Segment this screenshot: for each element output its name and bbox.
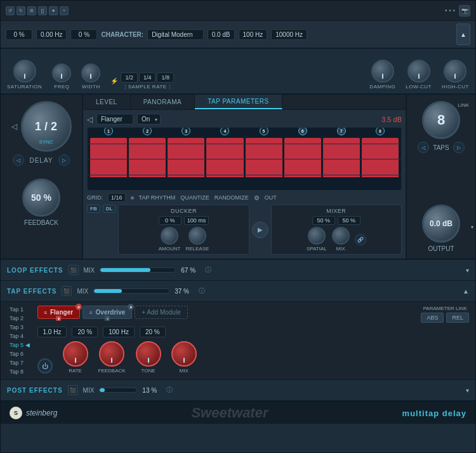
- sr-quarter-button[interactable]: 1/4: [139, 72, 156, 83]
- width-knob[interactable]: [81, 64, 100, 83]
- ducker-amount-knob[interactable]: [161, 227, 178, 245]
- tab-panorama[interactable]: PANORAMA: [131, 95, 195, 109]
- quantize-label[interactable]: QUANTIZE: [180, 194, 209, 201]
- feedback-value-box[interactable]: 20 %: [72, 327, 98, 337]
- rel-button[interactable]: REL: [446, 313, 469, 323]
- play-button[interactable]: ▶: [252, 222, 268, 238]
- power-button[interactable]: ⏻: [37, 358, 53, 374]
- tap-6-item[interactable]: Tap 6: [7, 350, 32, 358]
- mixer-mix-knob[interactable]: [332, 227, 350, 245]
- tap-5-item[interactable]: Tap 5 ◀: [7, 341, 32, 349]
- post-collapse-button[interactable]: ▾: [466, 387, 469, 394]
- delay-prev-button[interactable]: ◁: [13, 154, 24, 166]
- mix-knob-fx[interactable]: [171, 341, 197, 367]
- overdrive-expand-icon[interactable]: ▾: [105, 316, 110, 321]
- tap-4-item[interactable]: Tap 4: [7, 332, 32, 340]
- tap-8-item[interactable]: Tap 8: [7, 368, 32, 375]
- plus-icon[interactable]: +: [60, 6, 69, 15]
- mixer-link-button[interactable]: 🔗: [355, 234, 366, 245]
- undo-icon[interactable]: ↺: [6, 6, 15, 15]
- tap-bypass-button[interactable]: ⬛: [62, 286, 72, 296]
- tap-3-item[interactable]: Tap 3: [7, 323, 32, 331]
- tap-bar-3[interactable]: 3: [168, 127, 204, 177]
- tap-bar-4[interactable]: 4: [206, 127, 243, 177]
- taps-prev-button[interactable]: ◁: [418, 142, 429, 153]
- delay-next-button[interactable]: ▷: [58, 154, 70, 166]
- post-info-icon[interactable]: ⓘ: [166, 386, 173, 395]
- grid-icon[interactable]: ⊞: [27, 6, 36, 15]
- tap-info-icon[interactable]: ⓘ: [199, 287, 205, 295]
- add-module-button[interactable]: + Add Module: [135, 306, 187, 319]
- character-select[interactable]: Digital Modern: [147, 29, 203, 40]
- collapse-button[interactable]: ▲: [456, 24, 470, 45]
- sr-half-button[interactable]: 1/2: [121, 72, 138, 83]
- taps-next-button[interactable]: ▷: [453, 142, 465, 153]
- bracket-icon[interactable]: []: [38, 6, 47, 15]
- high-cut-knob[interactable]: [444, 60, 466, 83]
- tap-bar-2[interactable]: 2: [129, 127, 166, 177]
- tap-visualizer[interactable]: 12345678: [87, 127, 402, 191]
- tap-7-item[interactable]: Tap 7: [7, 359, 32, 367]
- damping-knob[interactable]: [371, 60, 394, 83]
- flanger-expand-icon[interactable]: ▾: [56, 316, 61, 321]
- dl-badge[interactable]: DL: [103, 205, 116, 213]
- redo-icon[interactable]: ↻: [17, 6, 25, 15]
- on-select[interactable]: On ▾: [137, 114, 161, 125]
- flanger-close-button[interactable]: ×: [76, 304, 82, 310]
- tone-value-box[interactable]: 100 Hz: [103, 327, 135, 337]
- ducker-amount-value[interactable]: 0 %: [159, 216, 182, 225]
- flanger-module-button[interactable]: ≡ Flanger × ▾: [37, 306, 81, 319]
- loop-mix-bar[interactable]: [100, 267, 176, 273]
- tab-tap-parameters[interactable]: TAP PARAMETERS: [195, 95, 282, 109]
- mixer-spatial-value[interactable]: 50 %: [312, 216, 335, 225]
- grid-value[interactable]: 1/16: [108, 193, 126, 202]
- tap-back-arrow[interactable]: ◁: [87, 115, 93, 124]
- width-value[interactable]: 0 %: [70, 29, 97, 40]
- loop-bypass-button[interactable]: ⬛: [69, 265, 79, 275]
- tap-bar-6[interactable]: 6: [284, 127, 321, 177]
- feedback-knob[interactable]: 50 %: [22, 179, 60, 217]
- star-icon[interactable]: ★: [49, 6, 58, 15]
- loop-info-icon[interactable]: ⓘ: [205, 266, 211, 274]
- overdrive-module-button[interactable]: ≡ Overdrive × ▾: [83, 306, 132, 319]
- ducker-release-value[interactable]: 100 ms: [184, 216, 209, 225]
- tap-bar-1[interactable]: 1: [90, 127, 127, 177]
- taps-knob[interactable]: 8: [422, 101, 460, 139]
- high-cut-value[interactable]: 10000 Hz: [271, 29, 307, 40]
- ducker-release-knob[interactable]: [188, 227, 206, 245]
- rate-knob[interactable]: [63, 341, 88, 367]
- post-mix-bar[interactable]: [99, 388, 137, 393]
- tap-bar-8[interactable]: 8: [362, 127, 399, 177]
- randomize-label[interactable]: RANDOMIZE: [215, 194, 249, 201]
- mixer-mix-value[interactable]: 50 %: [338, 216, 360, 225]
- tap-mix-bar[interactable]: [93, 288, 169, 294]
- overdrive-close-button[interactable]: ×: [128, 304, 134, 310]
- saturation-value[interactable]: 0 %: [6, 29, 32, 40]
- low-cut-knob[interactable]: [407, 60, 430, 83]
- tap-bar-5[interactable]: 5: [246, 127, 282, 177]
- feedback-knob-fx[interactable]: [99, 341, 124, 367]
- post-bypass-button[interactable]: ⬛: [68, 385, 78, 395]
- low-cut-value[interactable]: 100 Hz: [239, 29, 268, 40]
- saturation-knob[interactable]: [13, 60, 36, 83]
- loop-collapse-button[interactable]: ▾: [466, 267, 469, 274]
- mixer-spatial-knob[interactable]: [308, 227, 326, 245]
- abs-button[interactable]: ABS: [421, 313, 444, 323]
- fb-badge[interactable]: FB: [87, 205, 100, 213]
- freq-value[interactable]: 0.00 Hz: [36, 29, 67, 40]
- sr-eighth-button[interactable]: 1/8: [157, 72, 174, 83]
- delay-sync-knob[interactable]: 1 / 2 SYNC: [21, 101, 72, 152]
- tap-1-item[interactable]: Tap 1: [7, 306, 32, 313]
- mix-value-box[interactable]: 20 %: [140, 327, 166, 337]
- freq-knob[interactable]: [52, 64, 71, 83]
- output-knob[interactable]: 0.0 dB: [422, 205, 460, 243]
- rate-value-box[interactable]: 1.0 Hz: [37, 327, 67, 337]
- db-value[interactable]: 0.0 dB: [208, 29, 235, 40]
- tap-expand-button[interactable]: ▲: [463, 288, 469, 295]
- tone-knob[interactable]: [136, 341, 161, 367]
- delay-left-arrow[interactable]: ◁: [11, 122, 17, 131]
- camera-icon[interactable]: 📷: [459, 5, 470, 17]
- tap-2-item[interactable]: Tap 2: [7, 314, 32, 322]
- tap-bar-7[interactable]: 7: [323, 127, 360, 177]
- lightning-icon[interactable]: ⚡: [110, 78, 118, 85]
